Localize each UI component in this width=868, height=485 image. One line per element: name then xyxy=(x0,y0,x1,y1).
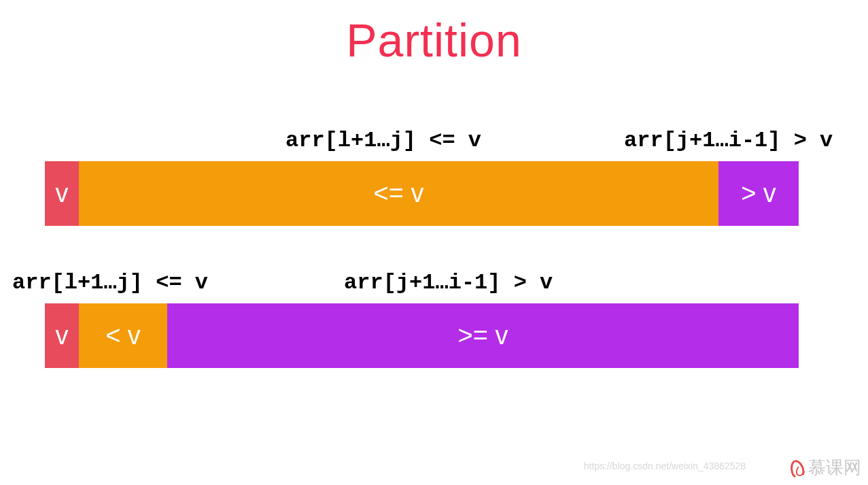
flame-icon xyxy=(789,458,804,478)
middle-segment-2: < v xyxy=(79,303,167,368)
watermark-logo: 慕课网 xyxy=(789,456,861,480)
watermark-text: 慕课网 xyxy=(808,456,861,480)
pivot-segment-2: v xyxy=(45,303,79,368)
watermark-url: https://blog.csdn.net/weixin_43862528 xyxy=(584,461,746,471)
label-right-2: arr[j+1…i-1] > v xyxy=(344,270,553,295)
middle-segment-1: <= v xyxy=(79,161,718,226)
partition-bar-1: v <= v > v xyxy=(45,161,799,226)
right-segment-1: > v xyxy=(718,161,799,226)
right-segment-2: >= v xyxy=(167,303,799,368)
diagram-section-1: arr[l+1…j] <= v arr[j+1…i-1] > v v <= v … xyxy=(0,128,868,226)
pivot-segment-1: v xyxy=(45,161,79,226)
label-row-2: arr[l+1…j] <= v arr[j+1…i-1] > v xyxy=(0,270,868,295)
page-title: Partition xyxy=(0,0,868,67)
partition-bar-2: v < v >= v xyxy=(45,303,799,368)
label-left-1: arr[l+1…j] <= v xyxy=(285,128,481,153)
label-right-1: arr[j+1…i-1] > v xyxy=(624,128,833,153)
diagram-section-2: arr[l+1…j] <= v arr[j+1…i-1] > v v < v >… xyxy=(0,270,868,368)
label-left-2: arr[l+1…j] <= v xyxy=(12,270,208,295)
label-row-1: arr[l+1…j] <= v arr[j+1…i-1] > v xyxy=(0,128,868,153)
